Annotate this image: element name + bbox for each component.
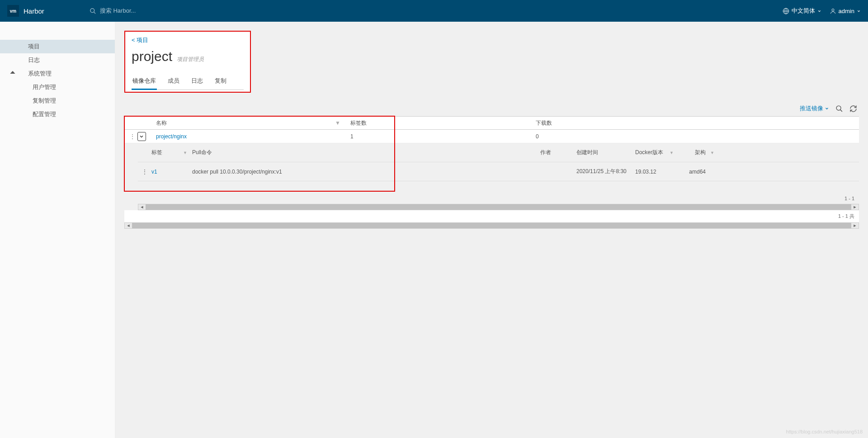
horizontal-scrollbar[interactable]: ◄ ► — [138, 204, 859, 210]
filter-icon[interactable]: ▼ — [710, 151, 719, 155]
search-icon — [90, 8, 96, 14]
tab-members[interactable]: 成员 — [167, 75, 180, 90]
watermark: https://blog.csdn.net/hujiaxiang518 — [786, 429, 863, 434]
sidebar-item-replication[interactable]: 复制管理 — [0, 94, 115, 108]
tabs: 镜像仓库 成员 日志 复制 — [132, 75, 244, 90]
push-image-button[interactable]: 推送镜像 — [800, 104, 829, 113]
user-label: admin — [839, 8, 854, 14]
inner-pagination: 1 - 1 — [138, 193, 859, 204]
svg-point-6 — [836, 106, 841, 110]
pulls-count: 0 — [531, 133, 859, 140]
svg-line-1 — [94, 12, 95, 14]
sub-col-pull[interactable]: Pull命令 — [192, 149, 540, 156]
outer-pagination: 1 - 1 共 — [124, 210, 859, 222]
search-icon[interactable] — [835, 105, 843, 113]
repository-table: 名称 ▼ 标签数 下载数 ⋮ project/nginx 1 0 — [124, 116, 859, 229]
sidebar: 项目 日志 系统管理 用户管理 复制管理 配置管理 — [0, 22, 115, 438]
filter-icon[interactable]: ▼ — [670, 151, 679, 155]
filter-icon[interactable]: ▼ — [335, 120, 340, 126]
scroll-thumb[interactable] — [146, 204, 851, 210]
project-header-highlight: < 项目 project 项目管理员 镜像仓库 成员 日志 复制 — [124, 31, 251, 93]
svg-point-5 — [832, 9, 834, 11]
arch: amd64 — [679, 169, 710, 175]
tab-repositories[interactable]: 镜像仓库 — [132, 75, 157, 90]
subtable-header: 标签 ▼ Pull命令 作者 创建时间 Docker版本 ▼ 架构 ▼ — [138, 143, 859, 162]
repo-name-link[interactable]: project/nginx — [156, 133, 187, 140]
svg-point-0 — [90, 8, 94, 12]
chevron-down-icon — [817, 9, 821, 13]
chevron-down-icon — [857, 9, 861, 13]
scroll-right-icon[interactable]: ► — [851, 223, 859, 228]
breadcrumb[interactable]: < 项目 — [132, 36, 244, 44]
toolbar: 推送镜像 — [124, 104, 859, 113]
sub-col-author[interactable]: 作者 — [540, 149, 576, 156]
scroll-thumb[interactable] — [132, 223, 851, 228]
sub-col-docker[interactable]: Docker版本 — [635, 149, 670, 156]
filter-icon[interactable]: ▼ — [183, 151, 192, 155]
language-label: 中文简体 — [792, 7, 815, 15]
logo: vm — [7, 5, 19, 17]
sidebar-item-system[interactable]: 系统管理 — [0, 67, 115, 80]
main-content: < 项目 project 项目管理员 镜像仓库 成员 日志 复制 推送镜像 — [115, 22, 868, 438]
horizontal-scrollbar[interactable]: ◄ ► — [124, 222, 859, 229]
sidebar-item-config[interactable]: 配置管理 — [0, 108, 115, 121]
table-row: ⋮ project/nginx 1 0 — [124, 130, 859, 143]
docker-version: 19.03.12 — [635, 169, 670, 175]
row-actions-icon[interactable]: ⋮ — [138, 169, 151, 175]
tab-logs[interactable]: 日志 — [190, 75, 204, 90]
svg-line-7 — [840, 109, 842, 111]
search-input[interactable]: 搜索 Harbor... — [90, 7, 136, 15]
tags-count: 1 — [346, 133, 531, 140]
sub-col-arch[interactable]: 架构 — [679, 149, 710, 156]
sub-col-created[interactable]: 创建时间 — [576, 149, 635, 156]
chevron-down-icon — [139, 134, 144, 139]
header: vm Harbor 搜索 Harbor... 中文简体 admin — [0, 0, 868, 22]
project-role: 项目管理员 — [177, 56, 204, 63]
expand-button[interactable] — [137, 132, 146, 141]
tag-link[interactable]: v1 — [151, 169, 157, 175]
chevron-down-icon — [825, 106, 829, 111]
tab-replication[interactable]: 复制 — [214, 75, 227, 90]
created-time: 2020/11/25 上午8:30 — [576, 168, 635, 175]
search-placeholder: 搜索 Harbor... — [100, 7, 136, 15]
scroll-right-icon[interactable]: ► — [851, 205, 859, 209]
language-selector[interactable]: 中文简体 — [783, 7, 821, 15]
globe-icon — [783, 8, 789, 14]
scroll-left-icon[interactable]: ◄ — [138, 205, 146, 209]
col-tags[interactable]: 标签数 — [346, 119, 531, 127]
col-pulls[interactable]: 下载数 — [531, 119, 859, 127]
brand: Harbor — [24, 7, 44, 15]
subtable-row: ⋮ v1 docker pull 10.0.0.30/project/nginx… — [138, 162, 859, 181]
sidebar-item-projects[interactable]: 项目 — [0, 40, 115, 53]
sidebar-item-users[interactable]: 用户管理 — [0, 80, 115, 94]
page-title: project — [132, 49, 172, 64]
col-name[interactable]: 名称 ▼ — [151, 119, 346, 127]
header-right: 中文简体 admin — [783, 7, 861, 15]
table-header: 名称 ▼ 标签数 下载数 — [124, 116, 859, 130]
sidebar-item-logs[interactable]: 日志 — [0, 53, 115, 67]
sub-col-tag[interactable]: 标签 — [151, 149, 183, 156]
user-icon — [830, 8, 836, 14]
refresh-icon[interactable] — [849, 105, 857, 113]
row-actions-icon[interactable]: ⋮ — [127, 133, 137, 140]
tags-subtable: 标签 ▼ Pull命令 作者 创建时间 Docker版本 ▼ 架构 ▼ ⋮ v1 — [124, 143, 859, 210]
push-label: 推送镜像 — [800, 104, 823, 113]
scroll-left-icon[interactable]: ◄ — [125, 223, 132, 228]
pull-command: docker pull 10.0.0.30/project/nginx:v1 — [192, 169, 540, 175]
user-menu[interactable]: admin — [830, 8, 861, 14]
col-name-label: 名称 — [156, 119, 167, 127]
